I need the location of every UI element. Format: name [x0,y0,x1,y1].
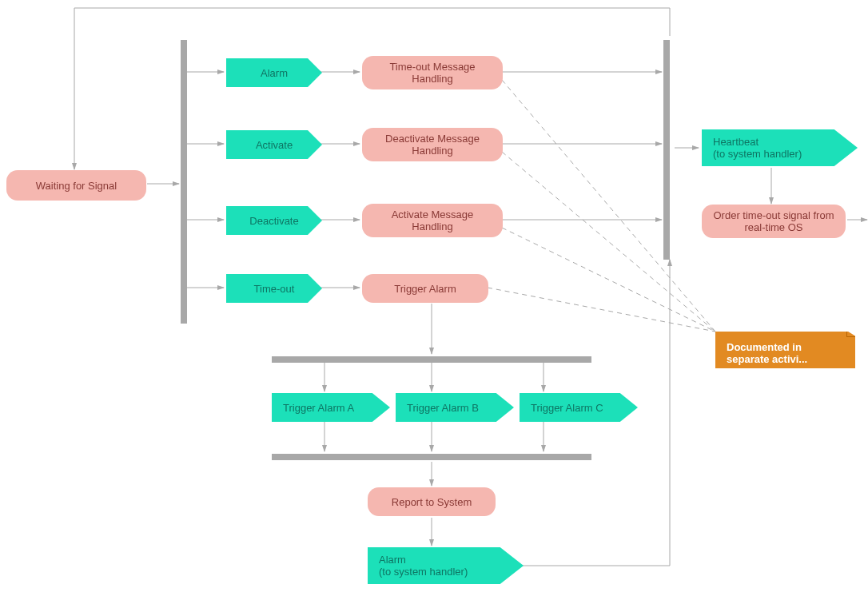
activate-handling-node: Activate Message Handling [362,204,503,237]
trigger-c-signal: Trigger Alarm C [520,393,638,422]
trigger-b-label: Trigger Alarm B [407,402,479,414]
order-timeout-node: Order time-out signal from real-time OS [702,205,846,238]
fork-bar-4 [272,454,591,460]
note-node: Documented in separate activi... [715,332,855,368]
order-timeout-label: Order time-out signal from real-time OS [710,209,838,233]
waiting-node: Waiting for Signal [6,170,146,201]
waiting-label: Waiting for Signal [36,180,117,192]
trigger-b-signal: Trigger Alarm B [396,393,514,422]
alarm-out-signal: Alarm (to system handler) [368,547,524,584]
deactivate-handling-node: Deactivate Message Handling [362,128,503,161]
activate-label: Activate [256,139,293,151]
timeout-signal: Time-out [226,274,322,303]
timeout-handling-label: Time-out Message Handling [370,61,495,85]
report-node: Report to System [368,487,496,516]
heartbeat-signal: Heartbeat (to system handler) [702,129,858,166]
alarm-out-label: Alarm (to system handler) [379,554,468,578]
fork-bar-2 [663,40,670,260]
alarm-label: Alarm [261,67,288,79]
deactivate-handling-label: Deactivate Message Handling [370,133,495,157]
note-label: Documented in separate activi... [727,341,807,365]
timeout-label: Time-out [254,283,295,295]
heartbeat-label: Heartbeat (to system handler) [713,136,802,160]
fork-bar-3 [272,356,591,363]
alarm-signal: Alarm [226,58,322,87]
trigger-alarm-node: Trigger Alarm [362,274,488,303]
activate-signal: Activate [226,130,322,159]
trigger-alarm-label: Trigger Alarm [394,283,456,295]
note-corner-icon [846,332,855,337]
trigger-a-signal: Trigger Alarm A [272,393,390,422]
report-label: Report to System [392,496,472,508]
timeout-handling-node: Time-out Message Handling [362,56,503,89]
trigger-c-label: Trigger Alarm C [531,402,603,414]
deactivate-label: Deactivate [249,215,298,227]
trigger-a-label: Trigger Alarm A [283,402,354,414]
fork-bar-1 [181,40,187,324]
deactivate-signal: Deactivate [226,206,322,235]
activate-handling-label: Activate Message Handling [370,209,495,232]
